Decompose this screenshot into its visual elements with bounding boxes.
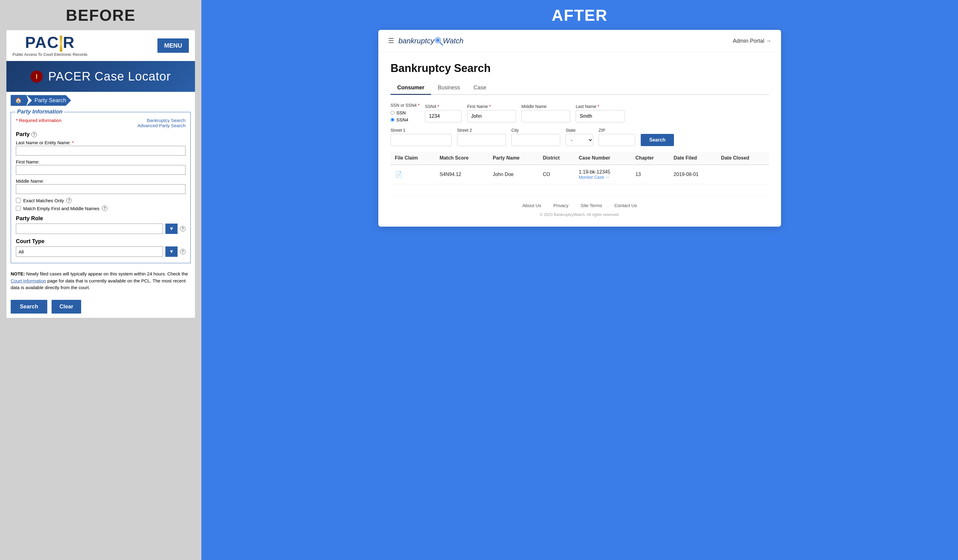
zip-input[interactable] bbox=[599, 134, 635, 146]
cell-district: CO bbox=[538, 165, 574, 184]
pacer-logo-bar bbox=[60, 36, 62, 52]
bw-tabs: Consumer Business Case bbox=[390, 81, 769, 95]
first-name-group: First Name * bbox=[467, 104, 516, 122]
street2-group: Street 2 bbox=[457, 128, 506, 146]
breadcrumb-party-search[interactable]: Party Search bbox=[27, 95, 71, 106]
bankruptcy-search-link[interactable]: Bankruptcy Search bbox=[137, 118, 186, 123]
middle-name-label-bw: Middle Name bbox=[522, 104, 570, 109]
street2-label: Street 2 bbox=[457, 128, 506, 133]
street2-input[interactable] bbox=[457, 134, 506, 146]
middle-name-input-bw[interactable] bbox=[522, 110, 570, 122]
clear-button[interactable]: Clear bbox=[52, 300, 81, 314]
before-label: BEFORE bbox=[66, 6, 136, 24]
zip-label: ZIP bbox=[599, 128, 635, 133]
match-empty-checkbox[interactable] bbox=[16, 206, 21, 211]
match-empty-row: Match Empty First and Middle Names ? bbox=[16, 206, 186, 211]
zip-group: ZIP bbox=[599, 128, 635, 146]
exact-matches-label: Exact Matches Only bbox=[23, 198, 64, 203]
pacer-banner-title: PACER Case Locator bbox=[48, 70, 171, 83]
first-name-label: First Name: bbox=[16, 159, 186, 164]
footer-privacy[interactable]: Privacy bbox=[554, 203, 568, 208]
cell-case-number: 1:19-bk-12345 Monitor Case → bbox=[574, 165, 631, 184]
ssn-label: SSN or SSN4 * bbox=[390, 103, 420, 108]
file-claim-icon[interactable]: 📄 bbox=[395, 171, 403, 178]
cell-chapter: 13 bbox=[631, 165, 669, 184]
tab-case[interactable]: Case bbox=[467, 81, 493, 95]
exact-matches-help-icon[interactable]: ? bbox=[66, 198, 72, 203]
table-head: File Claim Match Score Party Name Distri… bbox=[390, 152, 769, 165]
ssn4-radio-label: SSN4 bbox=[397, 117, 408, 122]
middle-name-group: Middle Name bbox=[522, 104, 570, 122]
ssn4-radio-row: SSN4 bbox=[390, 117, 420, 122]
hamburger-icon[interactable]: ☰ bbox=[388, 37, 394, 45]
footer-contact-us[interactable]: Contact Us bbox=[614, 203, 637, 208]
party-role-dropdown-btn[interactable]: ▼ bbox=[165, 224, 178, 234]
bottom-buttons: Search Clear bbox=[6, 295, 195, 318]
exact-matches-row: Exact Matches Only ? bbox=[16, 198, 186, 203]
ssn-radio-row: SSN bbox=[390, 110, 420, 115]
advanced-party-search-link[interactable]: Advanced Party Search bbox=[137, 123, 186, 128]
last-name-label: Last Name or Entity Name: * bbox=[16, 140, 186, 145]
district-value: CO bbox=[543, 172, 550, 177]
party-role-select[interactable] bbox=[16, 224, 163, 234]
street1-input[interactable] bbox=[390, 134, 452, 146]
ssn4-input-group: SSN4 * bbox=[425, 104, 462, 122]
court-type-label: Court Type bbox=[16, 238, 186, 244]
bw-card: ☰ bankruptcy Watch Admin Portal → Bankru… bbox=[378, 30, 781, 227]
menu-button[interactable]: MENU bbox=[157, 38, 189, 53]
page-title: Bankruptcy Search bbox=[390, 62, 769, 75]
pacer-logo: PACR Public Access To Court Electronic R… bbox=[13, 35, 87, 57]
search-btn-group: Search bbox=[641, 134, 674, 146]
search-button[interactable]: Search bbox=[11, 300, 47, 314]
ssn-radio[interactable] bbox=[390, 111, 395, 115]
middle-name-input[interactable] bbox=[16, 184, 186, 194]
street1-group: Street 1 bbox=[390, 128, 452, 146]
footer-about-us[interactable]: About Us bbox=[522, 203, 541, 208]
party-name-value: John Doe bbox=[493, 172, 514, 177]
state-group: State - bbox=[566, 128, 593, 146]
results-table: File Claim Match Score Party Name Distri… bbox=[390, 152, 769, 184]
tab-consumer[interactable]: Consumer bbox=[390, 81, 431, 95]
last-name-input-bw[interactable] bbox=[576, 110, 625, 122]
court-type-dropdown-btn[interactable]: ▼ bbox=[165, 246, 178, 257]
before-panel: BEFORE PACR Public Access To Court Elect… bbox=[0, 0, 201, 560]
chapter-value: 13 bbox=[636, 172, 641, 177]
bw-main: Bankruptcy Search Consumer Business Case… bbox=[378, 52, 781, 227]
party-role-help-icon[interactable]: ? bbox=[180, 226, 186, 232]
col-match-score: Match Score bbox=[435, 152, 489, 165]
middle-name-label: Middle Name: bbox=[16, 178, 186, 184]
court-type-help-icon[interactable]: ? bbox=[180, 249, 186, 254]
city-group: City bbox=[511, 128, 560, 146]
bw-footer-links: About Us Privacy Site Terms Contact Us bbox=[390, 197, 769, 208]
search-button-bw[interactable]: Search bbox=[641, 134, 674, 146]
first-name-input-bw[interactable] bbox=[467, 110, 516, 122]
court-type-select[interactable]: All bbox=[16, 246, 163, 257]
monitor-case-link[interactable]: Monitor Case → bbox=[579, 175, 627, 180]
party-role-label: Party Role bbox=[16, 215, 186, 222]
note-text: Newly filed cases will typically appear … bbox=[26, 271, 188, 276]
state-label: State bbox=[566, 128, 593, 133]
cell-match-score: S4N94.12 bbox=[435, 165, 489, 184]
last-name-label-bw: Last Name * bbox=[576, 104, 625, 109]
footer-site-terms[interactable]: Site Terms bbox=[581, 203, 602, 208]
svg-line-2 bbox=[440, 43, 443, 45]
admin-portal-link[interactable]: Admin Portal → bbox=[733, 38, 771, 44]
party-help-icon[interactable]: ? bbox=[32, 132, 37, 137]
last-name-input[interactable] bbox=[16, 146, 186, 155]
court-info-link[interactable]: Court Information bbox=[11, 278, 46, 283]
exact-matches-checkbox[interactable] bbox=[16, 198, 21, 203]
bw-form-row-1: SSN or SSN4 * SSN SSN4 SSN4 * bbox=[390, 103, 769, 122]
state-select[interactable]: - bbox=[566, 134, 593, 146]
street1-label: Street 1 bbox=[390, 128, 452, 133]
col-district: District bbox=[538, 152, 574, 165]
city-input[interactable] bbox=[511, 134, 560, 146]
case-number-value: 1:19-bk-12345 bbox=[579, 169, 610, 175]
tab-business[interactable]: Business bbox=[431, 81, 467, 95]
pacer-header: PACR Public Access To Court Electronic R… bbox=[6, 30, 195, 61]
ssn4-input[interactable] bbox=[425, 110, 462, 122]
breadcrumb-home[interactable]: 🏠 bbox=[11, 95, 29, 106]
match-empty-help-icon[interactable]: ? bbox=[102, 206, 107, 211]
note-label: NOTE: bbox=[11, 271, 25, 276]
ssn4-radio[interactable] bbox=[390, 118, 395, 122]
first-name-input[interactable] bbox=[16, 165, 186, 175]
